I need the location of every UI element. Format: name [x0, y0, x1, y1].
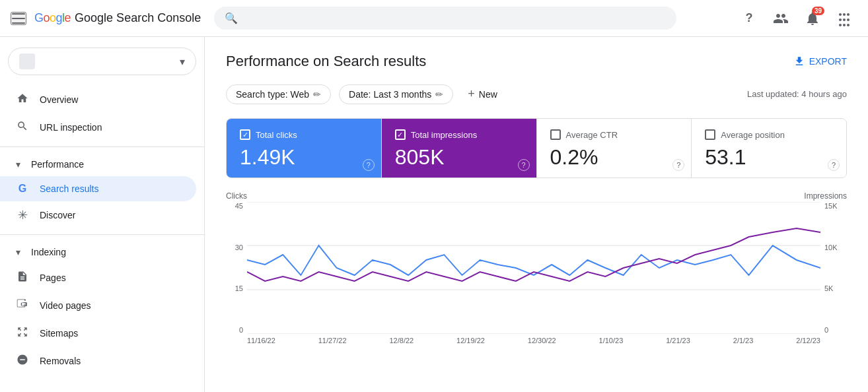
apps-icon[interactable]: [831, 5, 857, 32]
video-pages-icon: [16, 298, 29, 313]
home-icon: [16, 92, 29, 107]
property-box: [19, 53, 35, 69]
sidebar-item-search-results[interactable]: G Search results: [0, 176, 196, 201]
property-selector[interactable]: ▾: [8, 48, 196, 75]
metric-value-position: 53.1: [705, 145, 833, 170]
sidebar-item-label: Pages: [40, 273, 66, 283]
metric-checkbox-impressions[interactable]: [395, 129, 406, 140]
help-icon-position[interactable]: ?: [828, 159, 840, 171]
metric-cards: Total clicks 1.49K ? Total impressions 8…: [226, 118, 847, 178]
sidebar-item-label: Search results: [40, 183, 98, 194]
metric-checkbox-ctr[interactable]: [550, 129, 561, 140]
metric-checkbox-clicks[interactable]: [240, 129, 250, 140]
help-icon-clicks[interactable]: ?: [363, 159, 375, 171]
sidebar-item-discover[interactable]: ✳ Discover: [0, 201, 196, 229]
sidebar: ▾ Overview URL inspection ▾ Performance …: [0, 37, 205, 392]
metric-card-total-impressions[interactable]: Total impressions 805K ?: [382, 119, 537, 178]
chart-container: Clicks Impressions 45 30 15 0: [226, 191, 847, 344]
page-title: Performance on Search results: [226, 53, 426, 70]
people-icon[interactable]: [768, 5, 794, 32]
search-bar[interactable]: 🔍: [214, 7, 676, 30]
layout: ▾ Overview URL inspection ▾ Performance …: [0, 37, 868, 392]
notification-badge: 39: [812, 7, 824, 15]
chart-middle: [247, 202, 820, 334]
metric-value-ctr: 0.2%: [550, 145, 678, 170]
expand-icon: ▾: [16, 247, 20, 257]
search-type-filter[interactable]: Search type: Web ✏: [226, 84, 331, 104]
page-title-row: Performance on Search results EXPORT: [226, 53, 847, 70]
y-axis-left-label: Clicks: [226, 191, 247, 201]
date-filter[interactable]: Date: Last 3 months ✏: [339, 84, 453, 104]
url-inspection-icon: [16, 120, 29, 135]
sidebar-item-label: Sitemaps: [40, 328, 78, 339]
chart-svg: [247, 202, 820, 334]
export-button[interactable]: EXPORT: [793, 55, 847, 67]
sitemaps-icon: [16, 326, 29, 341]
metric-checkbox-position[interactable]: [705, 129, 715, 140]
y-axis-right-label: Impressions: [804, 191, 847, 201]
y-axis-right: 15K 10K 5K 0: [820, 202, 847, 334]
metric-label-impressions: Total impressions: [411, 130, 477, 140]
metric-label-clicks: Total clicks: [256, 130, 297, 140]
metric-value-clicks: 1.49K: [240, 145, 368, 170]
header-icons: ? 39: [736, 5, 857, 32]
metric-card-average-position[interactable]: Average position 53.1 ?: [692, 119, 846, 178]
sidebar-item-label: Discover: [40, 210, 75, 220]
metric-card-total-clicks[interactable]: Total clicks 1.49K ?: [227, 119, 382, 178]
date-label: Date: Last 3 months: [349, 89, 431, 100]
sidebar-item-url-inspection[interactable]: URL inspection: [0, 114, 196, 141]
sidebar-item-label: Removals: [40, 356, 81, 366]
sidebar-item-overview[interactable]: Overview: [0, 86, 196, 114]
metric-value-impressions: 805K: [395, 145, 523, 170]
sidebar-item-pages[interactable]: Pages: [0, 264, 196, 292]
chart-x-labels: 11/16/22 11/27/22 12/8/22 12/19/22 12/30…: [226, 337, 847, 344]
edit-icon: ✏: [313, 89, 321, 100]
filter-bar: Search type: Web ✏ Date: Last 3 months ✏…: [226, 83, 847, 105]
expand-icon: ▾: [16, 159, 20, 170]
google-g-icon: G: [16, 183, 29, 195]
main-content: Performance on Search results EXPORT Sea…: [205, 37, 868, 392]
pages-icon: [16, 271, 29, 285]
search-type-label: Search type: Web: [236, 89, 309, 100]
last-updated: Last updated: 4 hours ago: [747, 89, 847, 99]
edit-icon: ✏: [435, 89, 443, 100]
new-filter-button[interactable]: + New: [461, 83, 504, 105]
search-icon: 🔍: [225, 12, 238, 24]
chevron-down-icon: ▾: [180, 55, 185, 68]
search-input[interactable]: [244, 13, 666, 24]
sidebar-item-sitemaps[interactable]: Sitemaps: [0, 319, 196, 347]
help-icon-impressions[interactable]: ?: [518, 159, 530, 171]
sidebar-section-label: Indexing: [31, 247, 66, 257]
sidebar-section-indexing[interactable]: ▾ Indexing: [0, 240, 204, 264]
y-axis-left: 45 30 15 0: [226, 202, 247, 334]
removals-icon: [16, 354, 29, 368]
sidebar-section-label: Performance: [31, 159, 84, 170]
metric-card-average-ctr[interactable]: Average CTR 0.2% ?: [537, 119, 692, 178]
sidebar-item-removals[interactable]: Removals: [0, 347, 196, 375]
chart-wrapper: 45 30 15 0: [226, 202, 847, 334]
top-header: Google Google Search Console 🔍 ? 39: [0, 0, 868, 37]
metric-label-ctr: Average CTR: [566, 130, 618, 140]
notification-icon[interactable]: 39: [799, 5, 826, 32]
help-icon[interactable]: ?: [736, 5, 762, 32]
metric-label-position: Average position: [721, 130, 785, 140]
discover-icon: ✳: [16, 208, 29, 222]
sidebar-section-performance[interactable]: ▾ Performance: [0, 152, 204, 176]
help-icon-ctr[interactable]: ?: [672, 159, 684, 171]
sidebar-item-video-pages[interactable]: Video pages: [0, 292, 196, 319]
menu-icon[interactable]: [11, 12, 26, 25]
logo: Google Google Search Console: [34, 11, 201, 25]
sidebar-item-label: Overview: [40, 94, 78, 105]
plus-icon: +: [468, 87, 475, 101]
sidebar-item-label: Video pages: [40, 300, 91, 311]
app-title: Google Search Console: [75, 11, 201, 25]
sidebar-item-label: URL inspection: [40, 122, 102, 133]
